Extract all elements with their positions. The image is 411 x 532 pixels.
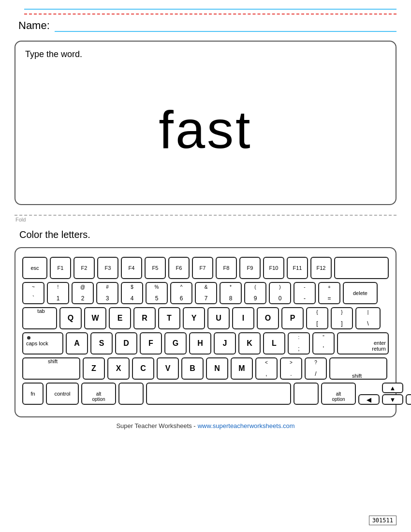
arrow-lr-row: ◀ ▼ ▶ [358, 394, 411, 405]
key-comma[interactable]: <, [255, 357, 278, 380]
key-a[interactable]: A [66, 332, 88, 355]
key-7[interactable]: &7 [195, 282, 217, 304]
key-shift-left[interactable]: shift [22, 357, 80, 380]
key-delete[interactable]: delete [343, 282, 378, 304]
key-q[interactable]: Q [59, 307, 82, 329]
key-f9[interactable]: F9 [239, 257, 261, 279]
key-quote[interactable]: "' [312, 332, 335, 355]
word-display: fast [25, 64, 386, 194]
key-u[interactable]: U [207, 307, 230, 329]
footer-link[interactable]: www.superteacherworksheets.com [198, 422, 295, 429]
key-arrow-left[interactable]: ◀ [358, 394, 380, 405]
name-input-line[interactable] [55, 20, 396, 32]
key-shift-right[interactable]: shift [329, 357, 387, 380]
key-f6[interactable]: F6 [168, 257, 190, 279]
key-backslash[interactable]: |\ [355, 307, 381, 329]
key-f8[interactable]: F8 [216, 257, 237, 279]
key-r[interactable]: R [133, 307, 156, 329]
arrow-up-row: ▲ [358, 383, 411, 393]
key-f10[interactable]: F10 [263, 257, 284, 279]
key-p[interactable]: P [281, 307, 304, 329]
key-n[interactable]: N [206, 357, 228, 380]
key-d[interactable]: D [115, 332, 137, 355]
key-s[interactable]: S [90, 332, 113, 355]
kb-row-4: caps lock A S D F G H J K L :; "' enter … [22, 332, 389, 355]
key-6[interactable]: ^6 [170, 282, 192, 304]
key-1[interactable]: !1 [47, 282, 69, 304]
keyboard: esc F1 F2 F3 F4 F5 F6 F7 F8 F9 F10 F11 F… [15, 247, 396, 417]
kb-row-1: esc F1 F2 F3 F4 F5 F6 F7 F8 F9 F10 F11 F… [22, 257, 389, 279]
key-minus[interactable]: -- [294, 282, 316, 304]
key-t[interactable]: T [158, 307, 180, 329]
footer: Super Teacher Worksheets - www.superteac… [15, 422, 396, 429]
key-2[interactable]: @2 [72, 282, 94, 304]
key-f2[interactable]: F2 [73, 257, 95, 279]
key-enter[interactable]: enter return [337, 332, 389, 355]
arrow-keys-group: ▲ ◀ ▼ ▶ [358, 383, 411, 405]
color-instruction: Color the letters. [19, 229, 396, 240]
key-0[interactable]: )0 [269, 282, 291, 304]
key-arrow-right[interactable]: ▶ [406, 394, 411, 405]
key-equals[interactable]: += [318, 282, 340, 304]
key-f1[interactable]: F1 [50, 257, 71, 279]
key-y[interactable]: Y [183, 307, 205, 329]
key-control[interactable]: control [46, 383, 79, 405]
key-rbracket[interactable]: }] [331, 307, 353, 329]
key-z[interactable]: Z [83, 357, 105, 380]
key-alt-right[interactable]: alt option [321, 383, 356, 405]
key-empty-top-right[interactable] [334, 257, 389, 279]
key-f5[interactable]: F5 [145, 257, 166, 279]
key-e[interactable]: E [109, 307, 131, 329]
kb-row-2: ~` !1 @2 #3 $4 %5 ^6 &7 [22, 282, 389, 304]
kb-row-5: shift Z X C V B N M <, >. ?/ shift [22, 357, 389, 380]
key-h[interactable]: H [189, 332, 211, 355]
kb-row-6: fn control alt option alt option ▲ ◀ ▼ [22, 383, 389, 405]
key-command-left[interactable] [118, 383, 144, 405]
key-f3[interactable]: F3 [97, 257, 118, 279]
key-l[interactable]: L [263, 332, 285, 355]
key-space[interactable] [146, 383, 291, 405]
key-k[interactable]: K [238, 332, 261, 355]
top-line-blue [24, 9, 396, 10]
key-v[interactable]: V [157, 357, 179, 380]
key-tab[interactable]: tab [22, 307, 57, 329]
footer-text: Super Teacher Worksheets - [116, 422, 195, 429]
key-m[interactable]: M [231, 357, 253, 380]
key-capslock[interactable]: caps lock [22, 332, 63, 355]
key-fn[interactable]: fn [22, 383, 44, 405]
key-w[interactable]: W [84, 307, 106, 329]
key-tilde[interactable]: ~` [22, 282, 44, 304]
key-f[interactable]: F [140, 332, 162, 355]
name-label: Name: [18, 19, 50, 32]
key-command-right[interactable] [294, 383, 319, 405]
fold-label: Fold [15, 217, 396, 222]
key-x[interactable]: X [107, 357, 130, 380]
key-i[interactable]: I [232, 307, 254, 329]
key-b[interactable]: B [181, 357, 204, 380]
key-f11[interactable]: F11 [287, 257, 308, 279]
key-4[interactable]: $4 [121, 282, 143, 304]
key-f12[interactable]: F12 [310, 257, 332, 279]
key-9[interactable]: (9 [244, 282, 266, 304]
key-5[interactable]: %5 [146, 282, 168, 304]
key-3[interactable]: #3 [96, 282, 118, 304]
fold-section: Fold [15, 215, 396, 222]
key-f7[interactable]: F7 [192, 257, 213, 279]
key-semicolon[interactable]: :; [288, 332, 310, 355]
key-lbracket[interactable]: {[ [306, 307, 328, 329]
key-g[interactable]: G [164, 332, 187, 355]
key-period[interactable]: >. [280, 357, 302, 380]
key-c[interactable]: C [132, 357, 154, 380]
key-esc[interactable]: esc [22, 257, 47, 279]
footer-badge: 301511 [369, 516, 396, 525]
key-arrow-down[interactable]: ▼ [382, 394, 403, 405]
page: Name: Type the word. fast Fold Color the… [0, 0, 411, 532]
fold-line [15, 215, 396, 216]
key-o[interactable]: O [257, 307, 279, 329]
key-arrow-up[interactable]: ▲ [382, 383, 403, 393]
key-slash[interactable]: ?/ [305, 357, 327, 380]
key-j[interactable]: J [214, 332, 236, 355]
key-8[interactable]: *8 [220, 282, 242, 304]
key-alt-left[interactable]: alt option [81, 383, 116, 405]
key-f4[interactable]: F4 [121, 257, 142, 279]
